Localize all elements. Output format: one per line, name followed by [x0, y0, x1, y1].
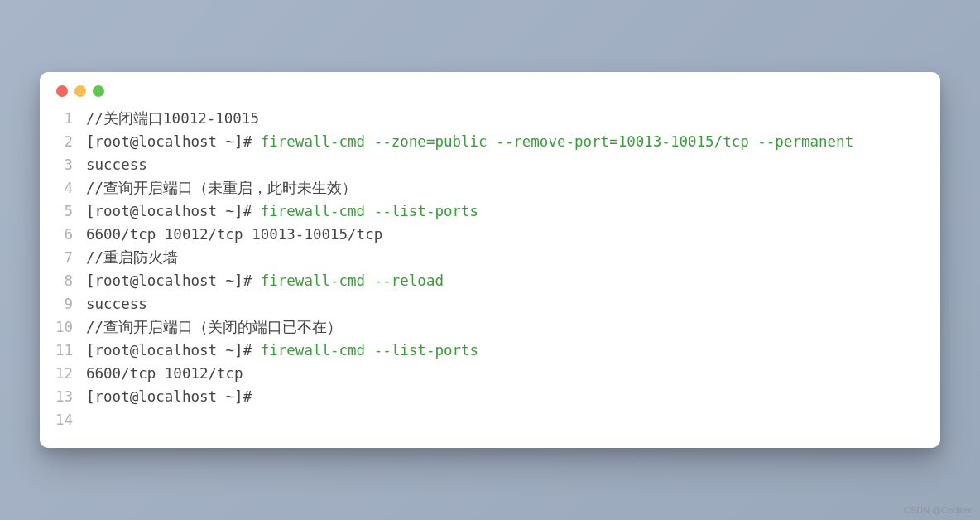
line-number: 8 [40, 269, 86, 292]
output-text: success [86, 296, 147, 312]
line-number: 7 [40, 246, 86, 269]
output-text: //查询开启端口（关闭的端口已不在） [86, 319, 342, 335]
line-content: //关闭端口10012-10015 [86, 107, 940, 130]
code-line: 3success [40, 153, 940, 176]
line-number: 14 [40, 408, 86, 431]
line-content: //重启防火墙 [86, 246, 940, 269]
code-line: 13[root@localhost ~]# [40, 385, 940, 408]
code-line: 14 [40, 408, 940, 431]
line-content: [root@localhost ~]# firewall-cmd --zone=… [86, 130, 940, 153]
code-line: 2[root@localhost ~]# firewall-cmd --zone… [40, 130, 940, 153]
code-line: 66600/tcp 10012/tcp 10013-10015/tcp [40, 223, 940, 246]
code-line: 4//查询开启端口（未重启，此时未生效） [40, 176, 940, 200]
line-content: success [86, 153, 940, 176]
line-content: //查询开启端口（未重启，此时未生效） [86, 176, 940, 200]
command-text: firewall-cmd --list-ports [252, 342, 478, 359]
output-text: success [86, 156, 147, 173]
code-line: 10//查询开启端口（关闭的端口已不在） [40, 315, 940, 339]
line-number: 2 [40, 130, 86, 153]
output-text: //重启防火墙 [86, 249, 178, 266]
code-line: 126600/tcp 10012/tcp [40, 362, 940, 385]
command-text: firewall-cmd --list-ports [252, 203, 478, 219]
output-text: //查询开启端口（未重启，此时未生效） [86, 180, 357, 196]
line-content: 6600/tcp 10012/tcp [86, 362, 940, 385]
line-number: 5 [40, 200, 86, 223]
line-number: 6 [40, 223, 86, 246]
output-text: [root@localhost ~]# [86, 388, 252, 405]
output-text: 6600/tcp 10012/tcp [86, 365, 243, 382]
minimize-icon[interactable] [74, 85, 86, 97]
output-text: [root@localhost ~]# [86, 342, 252, 359]
watermark: CSDN @Codilex [904, 505, 972, 515]
close-icon[interactable] [56, 85, 68, 97]
window-titlebar [40, 72, 940, 104]
line-content: //查询开启端口（关闭的端口已不在） [86, 315, 940, 339]
line-content: [root@localhost ~]# firewall-cmd --list-… [86, 200, 940, 223]
code-line: 1//关闭端口10012-10015 [40, 107, 940, 130]
line-content [86, 408, 940, 431]
line-content: [root@localhost ~]# firewall-cmd --list-… [86, 339, 940, 362]
code-line: 5[root@localhost ~]# firewall-cmd --list… [40, 200, 940, 223]
line-number: 12 [40, 362, 86, 385]
line-content: 6600/tcp 10012/tcp 10013-10015/tcp [86, 223, 940, 246]
terminal-window: 1//关闭端口10012-100152[root@localhost ~]# f… [40, 72, 940, 448]
line-number: 1 [40, 107, 86, 130]
command-text: firewall-cmd --reload [252, 272, 444, 289]
code-line: 9success [40, 292, 940, 315]
output-text: 6600/tcp 10012/tcp 10013-10015/tcp [86, 226, 382, 243]
code-line: 11[root@localhost ~]# firewall-cmd --lis… [40, 339, 940, 362]
maximize-icon[interactable] [93, 85, 104, 97]
line-content: [root@localhost ~]# [86, 385, 940, 408]
code-area: 1//关闭端口10012-100152[root@localhost ~]# f… [40, 104, 940, 448]
output-text: [root@localhost ~]# [86, 272, 252, 289]
line-number: 13 [40, 385, 86, 408]
code-line: 8[root@localhost ~]# firewall-cmd --relo… [40, 269, 940, 292]
line-number: 4 [40, 176, 86, 200]
line-content: [root@localhost ~]# firewall-cmd --reloa… [86, 269, 940, 292]
line-number: 3 [40, 153, 86, 176]
output-text: [root@localhost ~]# [86, 133, 252, 150]
line-number: 9 [40, 292, 86, 315]
line-number: 11 [40, 339, 86, 362]
command-text: firewall-cmd --zone=public --remove-port… [252, 133, 853, 150]
code-line: 7//重启防火墙 [40, 246, 940, 269]
line-content: success [86, 292, 940, 315]
line-number: 10 [40, 315, 86, 339]
output-text: [root@localhost ~]# [86, 203, 252, 219]
output-text: //关闭端口10012-10015 [86, 110, 259, 127]
